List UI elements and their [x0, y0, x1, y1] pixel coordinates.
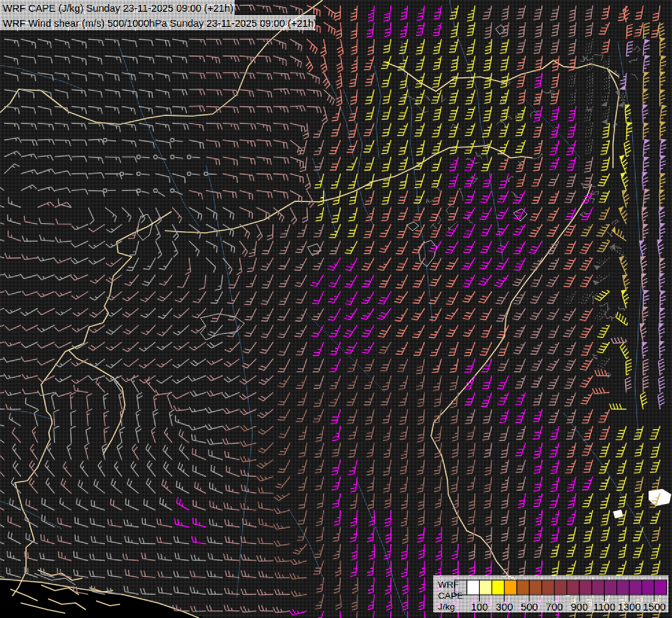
- svg-text:1100: 1100: [593, 601, 615, 613]
- svg-text:WRF Wind shear (m/s) 500/1000h: WRF Wind shear (m/s) 500/1000hPa Sunday …: [3, 18, 317, 29]
- svg-text:J/kg: J/kg: [438, 602, 455, 612]
- svg-text:1500: 1500: [643, 601, 666, 613]
- svg-text:1300: 1300: [618, 601, 640, 613]
- svg-text:500: 500: [521, 601, 538, 613]
- svg-text:WRF: WRF: [438, 580, 459, 590]
- svg-text:WRF CAPE (J/kg) Sunday 23-11-2: WRF CAPE (J/kg) Sunday 23-11-2025 09:00 …: [3, 3, 233, 14]
- svg-text:100: 100: [471, 601, 488, 613]
- svg-text:700: 700: [546, 601, 563, 613]
- svg-text:300: 300: [496, 601, 513, 613]
- svg-text:900: 900: [570, 601, 588, 613]
- svg-text:CAPE: CAPE: [438, 591, 463, 601]
